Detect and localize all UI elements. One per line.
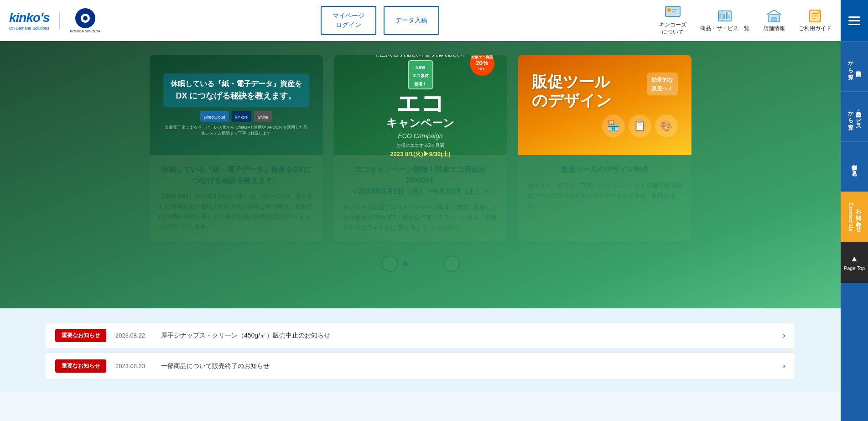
svg-rect-12	[723, 14, 725, 19]
sidebar-hamburger-btn[interactable]	[841, 0, 868, 41]
card3-icon1: 🏪	[602, 114, 625, 137]
header-nav: キンコーズについて 商品・サービス一覧	[659, 5, 832, 36]
nav-products-list[interactable]: 商品・サービス一覧	[700, 9, 749, 32]
card1-logos: DirectCloud kinko's Shine	[163, 111, 309, 122]
card2-period-label: お得にエコする2ヶ月間	[348, 142, 494, 149]
main-content: kinko's On Demand Solutions KONICA MINOL…	[0, 0, 841, 392]
hamburger-bar-3	[848, 24, 860, 25]
news-item-2[interactable]: 重要なお知らせ 2023.08.23 一部商品について販売終了のお知らせ ›	[46, 353, 795, 379]
card2-discount-badge: 対象エコ商品20%OFF	[470, 55, 494, 76]
card1-logo1: DirectCloud	[200, 111, 229, 122]
news-title-1: 厚手シナップス・クリーン（450g/㎡）販売中止のお知らせ	[161, 332, 777, 340]
card-hanbai-image: 販促ツールのデザイン 効果的な販促へ！ 🏪	[518, 55, 691, 155]
news-badge-2: 重要なお知らせ	[55, 359, 106, 373]
news-section: 重要なお知らせ 2023.08.22 厚手シナップス・クリーン（450g/㎡）販…	[0, 308, 841, 392]
kinkos-logo[interactable]: kinko's On Demand Solutions	[9, 10, 49, 31]
header-logo-area: kinko's On Demand Solutions KONICA MINOL…	[9, 8, 100, 33]
info-icon	[665, 5, 681, 20]
page-top-arrow-icon: ▲	[850, 254, 858, 264]
card2-campaign-title: キャンペーン	[348, 116, 494, 130]
kinkos-tagline: On Demand Solutions	[9, 26, 49, 31]
konica-logo: KONICA MINOLTA	[70, 8, 100, 33]
products-icon	[717, 9, 733, 23]
card3-icons-row: 🏪 📋 🎨	[532, 114, 678, 137]
card-eco[interactable]: とにかく知って欲しい！使ってみて欲しい！ NEWエコ素材登場！ 対象エコ商品20…	[334, 55, 507, 242]
card3-main-title: 販促ツールのデザイン	[532, 73, 612, 110]
page-top-button[interactable]: ▲ Page Top	[841, 242, 868, 283]
konica-minolta-icon	[76, 9, 94, 27]
card3-icon2: 📋	[629, 114, 651, 137]
sidebar-item-products-service[interactable]: 商品・サービスから探す	[841, 91, 868, 141]
nav-about-kinkos[interactable]: キンコーズについて	[659, 5, 686, 36]
news-bottom-spacer	[46, 383, 795, 392]
news-date-2: 2023.08.23	[115, 363, 152, 369]
svg-rect-14	[728, 15, 730, 19]
card2-content: とにかく知って欲しい！使ってみて欲しい！ NEWエコ素材登場！ 対象エコ商品20…	[343, 55, 498, 163]
konica-label: KONICA MINOLTA	[70, 29, 100, 33]
news-badge-1: 重要なお知らせ	[55, 329, 106, 342]
card-dx-image: 54 休眠している『紙・電子データ』資産をDX につなげる秘訣を教えます。 Di…	[150, 55, 323, 155]
sidebar-item-cases[interactable]: 事例を見る	[841, 141, 868, 192]
svg-rect-13	[726, 12, 728, 19]
sidebar-item-contact[interactable]: お問い合わせContact Us	[841, 192, 868, 242]
news-item-1[interactable]: 重要なお知らせ 2023.08.22 厚手シナップス・クリーン（450g/㎡）販…	[46, 322, 795, 349]
card1-logo3: Shine	[254, 111, 272, 122]
cards-container: 54 休眠している『紙・電子データ』資産をDX につなげる秘訣を教えます。 Di…	[147, 55, 694, 242]
card2-eco-title: エコ	[348, 91, 494, 115]
site-header: kinko's On Demand Solutions KONICA MINOL…	[0, 0, 841, 41]
nav-products-label: 商品・サービス一覧	[700, 25, 749, 32]
konica-circle-icon	[75, 8, 95, 28]
card3-content: 販促ツールのデザイン 効果的な販促へ！ 🏪	[527, 68, 682, 142]
nav-about-label: キンコーズについて	[659, 21, 686, 36]
card1-highlight: 休眠している『紙・電子データ』資産をDX につなげる秘訣を教えます。	[163, 73, 309, 107]
nav-guide-label: ご利用ガイド	[799, 25, 832, 32]
card2-dates: 2023 8/1(火)▶9/30(土)	[348, 150, 494, 158]
svg-point-2	[83, 16, 88, 21]
header-action-buttons: マイページログイン データ入稿	[321, 6, 439, 35]
svg-rect-11	[719, 13, 721, 19]
card3-badge: 効果的な販促へ！	[647, 73, 678, 95]
hero-section: 54 休眠している『紙・電子データ』資産をDX につなげる秘訣を教えます。 Di…	[0, 41, 841, 308]
guide-icon	[807, 9, 823, 23]
card2-new-badge: NEWエコ素材登場！	[408, 60, 433, 89]
news-title-2: 一部商品について販売終了のお知らせ	[161, 362, 777, 370]
right-sidebar: 目的別から探す 商品・サービスから探す 事例を見る お問い合わせContact …	[841, 0, 868, 392]
card3-icon3: 🎨	[655, 114, 678, 137]
card1-title-text: 休眠している『紙・電子データ』資産をDX につなげる秘訣を教えます。	[169, 78, 304, 103]
data-upload-button[interactable]: データ入稿	[384, 6, 439, 35]
news-date-1: 2023.08.22	[115, 332, 152, 339]
card3-top: 販促ツールのデザイン 効果的な販促へ！	[532, 73, 678, 110]
news-arrow-1: ›	[783, 331, 785, 340]
card2-en-title: ECO Campaign	[348, 132, 494, 140]
nav-usage-guide[interactable]: ご利用ガイド	[799, 9, 832, 32]
nav-store-label: 店舗情報	[763, 25, 785, 32]
svg-rect-17	[772, 17, 776, 22]
svg-rect-7	[672, 11, 676, 12]
nav-store-info[interactable]: 店舗情報	[763, 9, 785, 32]
card-eco-image: とにかく知って欲しい！使ってみて欲しい！ NEWエコ素材登場！ 対象エコ商品20…	[334, 55, 507, 155]
hamburger-bar-1	[848, 16, 860, 18]
logo-divider	[59, 11, 60, 30]
news-arrow-2: ›	[783, 361, 785, 371]
kinkos-name: kinko's	[9, 10, 49, 25]
card1-caption: 文書電子化によるペーパーレス化から ChatGPT 連携や AI-OCR を活用…	[163, 125, 309, 136]
card1-text-area: 休眠している『紙・電子データ』資産をDX につなげる秘訣を教えます。 Direc…	[159, 69, 314, 141]
card3-title-area: 販促ツールのデザイン	[532, 73, 612, 110]
card1-logo2: kinko's	[232, 111, 251, 122]
mypage-login-button[interactable]: マイページログイン	[321, 6, 376, 35]
svg-point-5	[667, 8, 671, 12]
hamburger-bar-2	[848, 20, 860, 21]
store-icon	[766, 9, 782, 23]
sidebar-item-purpose[interactable]: 目的別から探す	[841, 41, 868, 91]
svg-rect-6	[672, 9, 677, 10]
